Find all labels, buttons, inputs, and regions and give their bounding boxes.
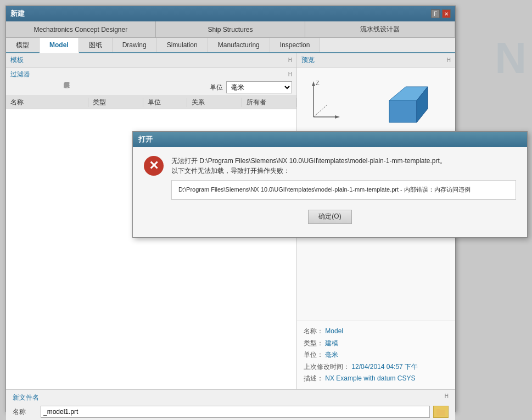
preview-desc-value: NX Example with datum CSYS — [325, 374, 415, 382]
window-title: 新建 — [10, 9, 25, 19]
error-dialog: 打开 ✕ 无法打开 D:\Program Files\Siemens\NX 10… — [132, 131, 528, 238]
template-section-title: 模板 — [10, 55, 24, 65]
app-tabs-row: Mechatronics Concept Designer Ship Struc… — [6, 21, 455, 38]
preview-name-value: Model — [325, 327, 343, 335]
preview-unit-value: 毫米 — [325, 351, 338, 359]
main-window: 新建 F ✕ Mechatronics Concept Designer Shi… — [5, 5, 456, 412]
preview-desc-row: 描述： NX Example with datum CSYS — [304, 373, 449, 385]
preview-pin[interactable]: H — [447, 57, 451, 63]
filter-area: 过滤器 H 单位 毫米 英寸 米 厘米 — [6, 68, 296, 96]
preview-type-label: 类型： — [304, 339, 323, 347]
dialog-body: ✕ 无法打开 D:\Program Files\Siemens\NX 10.0\… — [144, 156, 516, 200]
content-tabs-row: 模型 Model 图纸 Drawing Simulation Manufactu… — [6, 38, 455, 53]
3d-cube-icon — [378, 79, 433, 128]
col-relation: 关系 — [187, 98, 242, 107]
svg-rect-10 — [436, 409, 440, 411]
tab-drawing-cn[interactable]: 图纸 — [79, 38, 113, 52]
preview-modified-row: 上次修改时间： 12/04/2014 04:57 下午 — [304, 361, 449, 373]
col-type: 类型 — [88, 98, 143, 107]
dialog-main-text-span: 无法打开 D:\Program Files\Siemens\NX 10.0\UG… — [171, 157, 446, 175]
dialog-text-content: 无法打开 D:\Program Files\Siemens\NX 10.0\UG… — [171, 156, 516, 200]
svg-marker-4 — [335, 115, 340, 119]
preview-type-row: 类型： 建模 — [304, 338, 449, 350]
dialog-main-text: 无法打开 D:\Program Files\Siemens\NX 10.0\UG… — [171, 156, 516, 176]
dialog-path-box: D:\Program Files\Siemens\NX 10.0\UGII\te… — [171, 180, 516, 200]
name-folder-button[interactable] — [433, 406, 449, 418]
bottom-area: 新文件名 H 名称 文件夹 — [6, 389, 455, 420]
svg-line-5 — [313, 105, 327, 117]
name-input[interactable] — [41, 406, 430, 418]
app-tab-mcd[interactable]: Mechatronics Concept Designer — [6, 21, 156, 37]
dialog-title: 打开 — [138, 135, 153, 144]
new-filename-pin[interactable]: H — [445, 393, 449, 402]
preview-name-label: 名称： — [304, 327, 323, 335]
error-icon: ✕ — [144, 156, 164, 176]
dialog-ok-button[interactable]: 确定(O) — [308, 210, 352, 224]
svg-marker-6 — [389, 100, 417, 122]
template-pin[interactable]: H — [288, 57, 292, 63]
new-filename-title: 新文件名 H — [13, 393, 449, 402]
dialog-title-bar: 打开 — [133, 132, 527, 147]
preview-modified-label: 上次修改时间： — [304, 363, 350, 371]
title-bar: 新建 F ✕ — [6, 6, 455, 21]
dialog-footer: 确定(O) — [144, 208, 516, 228]
filter-header: 过滤器 H — [10, 70, 292, 79]
app-tab-flow[interactable]: 流水线设计器 — [305, 21, 455, 37]
unit-select[interactable]: 毫米 英寸 米 厘米 — [226, 81, 292, 93]
preview-info-panel: 名称： Model 类型： 建模 单位： 毫米 上次修改时间： 12/04/20… — [297, 321, 455, 389]
coordinate-axis-icon: Z — [308, 79, 341, 122]
dialog-content: ✕ 无法打开 D:\Program Files\Siemens\NX 10.0\… — [133, 147, 527, 237]
template-section-header: 模板 H — [6, 53, 296, 68]
preview-modified-value: 12/04/2014 04:57 下午 — [351, 363, 418, 371]
tab-drawing-en[interactable]: Drawing — [113, 38, 157, 52]
svg-text:Z: Z — [316, 80, 320, 86]
col-owner: 所有者 — [242, 98, 296, 107]
name-field-label: 名称 — [13, 407, 37, 417]
col-name: 名称 — [6, 98, 88, 107]
preview-unit-row: 单位： 毫米 — [304, 349, 449, 361]
table-header: 名称 类型 单位 关系 所有者 — [6, 96, 296, 109]
new-filename-section: 新文件名 H 名称 文件夹 — [13, 393, 449, 420]
filter-row: 单位 毫米 英寸 米 厘米 — [10, 81, 292, 93]
preview-name-row: 名称： Model — [304, 326, 449, 338]
tab-simulation[interactable]: Simulation — [157, 38, 208, 52]
preview-desc-label: 描述： — [304, 374, 323, 382]
nx-watermark: N — [495, 33, 527, 83]
svg-marker-1 — [312, 81, 315, 86]
close-button[interactable]: ✕ — [442, 9, 451, 18]
preview-section-header: 预览 H — [297, 53, 455, 68]
float-button[interactable]: F — [431, 9, 440, 18]
filter-pin[interactable]: H — [288, 71, 292, 77]
preview-section-title: 预览 — [301, 55, 315, 65]
col-unit: 单位 — [143, 98, 187, 107]
title-bar-controls: F ✕ — [431, 9, 451, 18]
new-filename-label: 新文件名 — [13, 393, 39, 402]
app-tab-ship[interactable]: Ship Structures — [156, 21, 306, 37]
tab-inspection[interactable]: Inspection — [270, 38, 321, 52]
filter-label: 过滤器 — [10, 70, 30, 79]
unit-label: 单位 — [210, 83, 223, 92]
folder-icon — [436, 408, 445, 416]
tab-manufacturing[interactable]: Manufacturing — [208, 38, 270, 52]
tab-model-cn[interactable]: 模型 — [6, 38, 40, 52]
preview-unit-label: 单位： — [304, 351, 323, 359]
preview-type-value: 建模 — [325, 339, 338, 347]
name-input-row: 名称 — [13, 406, 449, 418]
tab-model-en[interactable]: Model — [40, 38, 79, 53]
